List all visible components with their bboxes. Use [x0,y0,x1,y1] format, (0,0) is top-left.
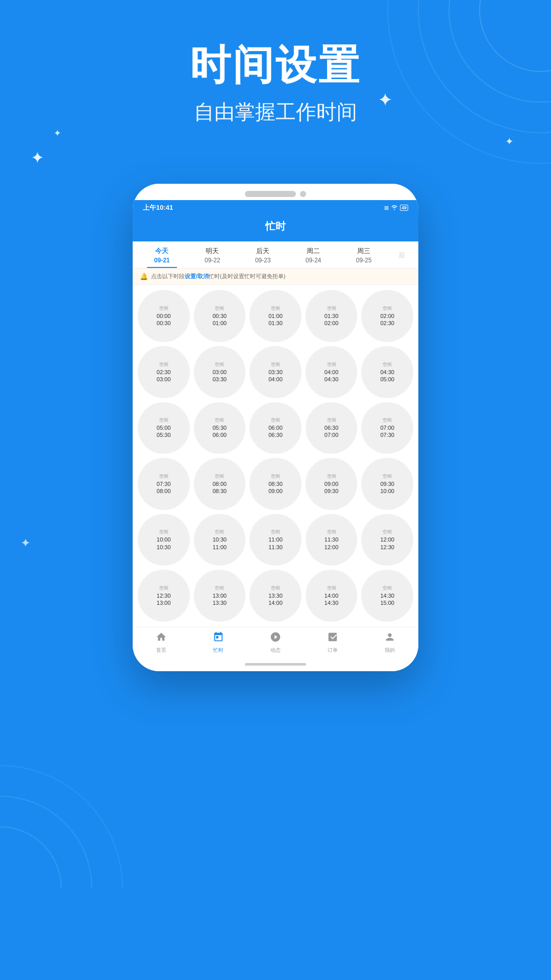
time-slot-1330[interactable]: 空闲 13:3014:00 [249,570,302,622]
bottom-nav: 首页 忙时 动态 订单 [133,627,418,657]
phone-camera [300,191,306,197]
nav-home[interactable]: 首页 [133,631,190,654]
time-slot-0730[interactable]: 空闲 07:3008:00 [138,458,190,510]
time-slot-1130[interactable]: 空闲 11:3012:00 [306,514,358,566]
bell-icon: 🔔 [140,273,148,280]
svg-point-4 [0,827,61,888]
tab-day5-name: 周三 [341,247,387,256]
time-slot-1400[interactable]: 空闲 14:0014:30 [306,570,358,622]
tab-day5-date: 09-25 [341,257,387,264]
time-slots-grid: 空闲 00:0000:30 空闲 00:3001:00 空闲 01:0001:3… [138,290,413,622]
date-tab-more[interactable]: 后 [389,241,414,268]
nav-dynamic-label: 动态 [270,647,281,654]
tab-tomorrow-date: 09-22 [189,257,236,264]
svg-point-6 [0,766,122,888]
sparkle-1: ✦ [31,148,44,167]
time-slot-0300[interactable]: 空闲 03:0003:30 [194,346,246,398]
time-slot-0500[interactable]: 空闲 05:0005:30 [138,402,190,454]
time-slot-0800[interactable]: 空闲 08:0008:30 [194,458,246,510]
status-time: 上午10:41 [143,203,173,212]
nav-orders-label: 订单 [328,647,338,654]
phone-notch-area [133,184,418,200]
nav-orders[interactable]: 订单 [304,631,361,654]
time-slot-0600[interactable]: 空闲 06:0006:30 [249,402,302,454]
tab-today-date: 09-21 [139,257,185,264]
date-tab-day3[interactable]: 后天 09-23 [238,241,288,268]
nav-home-label: 首页 [156,647,166,654]
dynamic-icon [270,631,281,645]
time-slot-0200[interactable]: 空闲 02:0002:30 [361,290,413,342]
sparkle-2: ✦ [54,128,61,139]
nav-profile-label: 我的 [385,647,395,654]
app-title: 忙时 [143,219,408,233]
tab-day4-name: 周二 [290,247,337,256]
nav-busy-label: 忙时 [213,647,223,654]
signal-icon: ⊠ [384,205,389,211]
time-slot-0230[interactable]: 空闲 02:3003:00 [138,346,190,398]
time-slot-1100[interactable]: 空闲 11:0011:30 [249,514,302,566]
time-slot-1200[interactable]: 空闲 12:0012:30 [361,514,413,566]
date-tab-today[interactable]: 今天 09-21 [137,241,187,268]
time-slot-1430[interactable]: 空闲 14:3015:00 [361,570,413,622]
battery-icon: 49 [400,205,408,211]
sparkle-4: ✦ [505,135,514,148]
home-icon [156,631,167,645]
page-title: 时间设置 [0,41,551,90]
time-slot-1030[interactable]: 空闲 10:3011:00 [194,514,246,566]
tab-tomorrow-name: 明天 [189,247,236,256]
profile-icon [384,631,395,645]
sparkle-5: ✦ [20,536,31,550]
time-slot-0000[interactable]: 空闲 00:0000:30 [138,290,190,342]
notice-bar: 🔔 点击以下时段设置/取消忙时(及时设置忙时可避免拒单) [133,268,418,285]
status-bar: 上午10:41 ⊠ 49 [133,200,418,215]
date-tabs: 今天 09-21 明天 09-22 后天 09-23 周二 09-24 周三 0… [133,241,418,268]
tab-day4-date: 09-24 [290,257,337,264]
nav-dynamic[interactable]: 动态 [247,631,304,654]
svg-point-5 [0,796,92,888]
home-indicator [245,663,306,666]
time-slot-0630[interactable]: 空闲 06:3007:00 [306,402,358,454]
time-slot-0900[interactable]: 空闲 09:0009:30 [306,458,358,510]
time-slot-0700[interactable]: 空闲 07:0007:30 [361,402,413,454]
phone-mockup: 上午10:41 ⊠ 49 忙时 今天 09-21 明天 09-22 后天 09-… [133,184,418,671]
time-slot-0130[interactable]: 空闲 01:3002:00 [306,290,358,342]
tab-day3-name: 后天 [240,247,286,256]
wifi-icon [391,204,398,211]
calendar-icon [213,631,224,645]
notice-text: 点击以下时段设置/取消忙时(及时设置忙时可避免拒单) [151,273,411,280]
date-tab-tomorrow[interactable]: 明天 09-22 [187,241,238,268]
time-slot-0100[interactable]: 空闲 01:0001:30 [249,290,302,342]
app-title-bar: 忙时 [133,215,418,241]
time-slot-1300[interactable]: 空闲 13:0013:30 [194,570,246,622]
nav-profile[interactable]: 我的 [361,631,418,654]
time-slot-0930[interactable]: 空闲 09:3010:00 [361,458,413,510]
date-tab-day5[interactable]: 周三 09-25 [339,241,389,268]
time-slot-0830[interactable]: 空闲 08:3009:00 [249,458,302,510]
time-slot-0430[interactable]: 空闲 04:3005:00 [361,346,413,398]
time-slot-0400[interactable]: 空闲 04:0004:30 [306,346,358,398]
header: 时间设置 自由掌握工作时间 [0,0,551,126]
orders-icon [327,631,338,645]
nav-busy-time[interactable]: 忙时 [190,631,247,654]
time-slot-1000[interactable]: 空闲 10:0010:30 [138,514,190,566]
phone-notch [245,191,296,197]
time-slot-0530[interactable]: 空闲 05:3006:00 [194,402,246,454]
time-slot-1230[interactable]: 空闲 12:3013:00 [138,570,190,622]
page-subtitle: 自由掌握工作时间 [0,98,551,126]
time-slot-0330[interactable]: 空闲 03:3004:00 [249,346,302,398]
time-slot-0030[interactable]: 空闲 00:3001:00 [194,290,246,342]
status-icons: ⊠ 49 [384,204,408,211]
tab-today-name: 今天 [139,247,185,256]
date-tab-day4[interactable]: 周二 09-24 [288,241,339,268]
time-slots-container: 空闲 00:0000:30 空闲 00:3001:00 空闲 01:0001:3… [133,285,418,627]
tab-day3-date: 09-23 [240,257,286,264]
phone-bottom [133,657,418,671]
